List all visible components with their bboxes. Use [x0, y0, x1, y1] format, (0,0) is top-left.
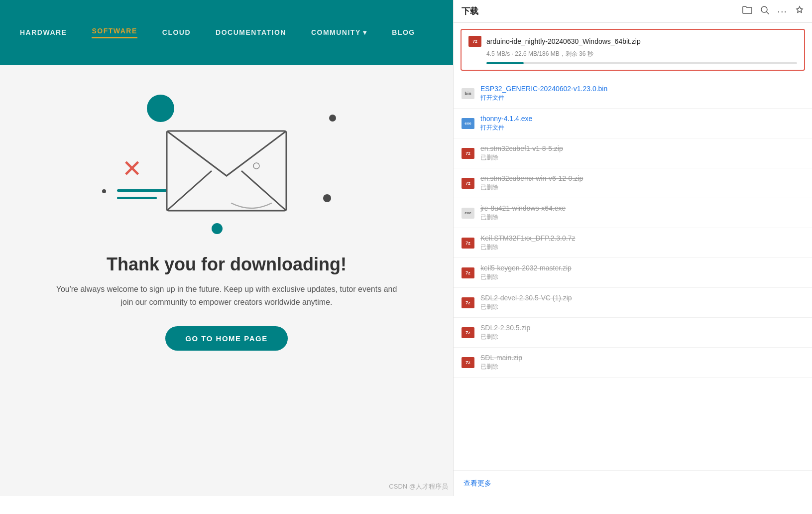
- item-filename: en.stm32cubemx-win-v6-12-0.zip: [480, 174, 804, 182]
- item-info: SDL2-devel-2.30.5-VC (1).zip 已删除: [480, 294, 804, 311]
- go-home-button[interactable]: GO TO HOME PAGE: [165, 326, 287, 351]
- file-icon-7z: 7z: [462, 178, 474, 189]
- x-mark-icon: ✕: [122, 157, 142, 181]
- file-icon-7z: 7z: [462, 267, 474, 278]
- page-title: Thank you for downloading!: [107, 254, 347, 275]
- nav-cloud[interactable]: CLOUD: [162, 28, 191, 36]
- chevron-down-icon: ▾: [363, 28, 367, 36]
- list-item[interactable]: 7z Keil.STM32F1xx_DFP.2.3.0.7z 已删除: [454, 228, 812, 258]
- page-content: ✕: [0, 65, 453, 496]
- more-options-icon[interactable]: ···: [777, 5, 787, 17]
- nav-community[interactable]: COMMUNITY ▾: [311, 28, 367, 36]
- item-filename: SDL-main.zip: [480, 354, 804, 362]
- item-status: 已删除: [480, 243, 804, 252]
- item-status[interactable]: 打开文件: [480, 124, 804, 132]
- item-filename: thonny-4.1.4.exe: [480, 115, 804, 123]
- item-filename: SDL2-devel-2.30.5-VC (1).zip: [480, 294, 804, 302]
- list-item[interactable]: 7z SDL2-devel-2.30.5-VC (1).zip 已删除: [454, 288, 812, 318]
- item-filename: ESP32_GENERIC-20240602-v1.23.0.bin: [480, 85, 804, 93]
- decoration-dot-mid: [102, 189, 106, 193]
- arduino-navigation: HARDWARE SOFTWARE CLOUD DOCUMENTATION CO…: [0, 0, 453, 65]
- svg-point-4: [761, 6, 767, 12]
- list-item[interactable]: 7z SDL-main.zip 已删除: [454, 348, 812, 378]
- active-download-filename: arduino-ide_nightly-20240630_Windows_64b…: [486, 37, 641, 45]
- active-download-icon: 7z: [468, 36, 481, 47]
- item-info: en.stm32cubef1-v1-8-5.zip 已删除: [480, 144, 804, 162]
- file-icon-exe-gray: exe: [462, 208, 474, 219]
- envelope-illustration: [147, 106, 306, 218]
- svg-line-2: [241, 171, 286, 211]
- illustration-area: ✕: [77, 85, 376, 239]
- download-panel-header: 下载 ···: [454, 0, 812, 23]
- item-info: Keil.STM32F1xx_DFP.2.3.0.7z 已删除: [480, 234, 804, 252]
- file-icon-7z: 7z: [462, 297, 474, 308]
- nav-blog[interactable]: BLOG: [392, 28, 415, 36]
- item-status: 已删除: [480, 273, 804, 281]
- file-icon-7z: 7z: [462, 148, 474, 159]
- list-item[interactable]: 7z en.stm32cubemx-win-v6-12-0.zip 已删除: [454, 168, 812, 198]
- item-filename: jre-8u421-windows-x64.exe: [480, 204, 804, 212]
- list-item[interactable]: bin ESP32_GENERIC-20240602-v1.23.0.bin 打…: [454, 79, 812, 109]
- decoration-dot-bottom-center: [212, 223, 223, 234]
- item-status[interactable]: 打开文件: [480, 94, 804, 102]
- download-panel: 下载 ··· 7z arduino-ide_nightly-20240630_W…: [453, 0, 812, 496]
- item-info: ESP32_GENERIC-20240602-v1.23.0.bin 打开文件: [480, 85, 804, 102]
- csdn-watermark: CSDN @人才程序员: [389, 482, 448, 491]
- svg-line-1: [167, 171, 212, 211]
- file-icon-7z: 7z: [462, 357, 474, 368]
- item-filename: SDL2-2.30.5.zip: [480, 324, 804, 332]
- nav-hardware[interactable]: HARDWARE: [20, 28, 67, 36]
- item-filename: Keil.STM32F1xx_DFP.2.3.0.7z: [480, 234, 804, 242]
- nav-documentation[interactable]: DOCUMENTATION: [216, 28, 286, 36]
- item-info: keil5-keygen-2032-master.zip 已删除: [480, 264, 804, 281]
- item-status: 已删除: [480, 303, 804, 311]
- decoration-dot-bottom-right: [323, 194, 331, 202]
- file-icon-7z: 7z: [462, 238, 474, 249]
- download-list: bin ESP32_GENERIC-20240602-v1.23.0.bin 打…: [454, 77, 812, 470]
- list-item[interactable]: 7z keil5-keygen-2032-master.zip 已删除: [454, 258, 812, 288]
- file-icon-exe-blue: exe: [462, 118, 474, 129]
- download-panel-title: 下载: [462, 5, 478, 17]
- item-info: en.stm32cubemx-win-v6-12-0.zip 已删除: [480, 174, 804, 192]
- file-icon-bin: bin: [462, 88, 474, 99]
- view-more-section: 查看更多: [454, 470, 812, 496]
- active-download-item[interactable]: 7z arduino-ide_nightly-20240630_Windows_…: [461, 29, 805, 71]
- page-subtitle: You're always welcome to sign up in the …: [52, 283, 401, 308]
- item-status: 已删除: [480, 333, 804, 341]
- progress-bar: [486, 62, 797, 64]
- svg-rect-0: [167, 131, 286, 211]
- item-status: 已删除: [480, 183, 804, 192]
- item-info: SDL-main.zip 已删除: [480, 354, 804, 371]
- item-filename: keil5-keygen-2032-master.zip: [480, 264, 804, 272]
- svg-point-3: [253, 163, 259, 169]
- list-item[interactable]: 7z SDL2-2.30.5.zip 已删除: [454, 318, 812, 348]
- item-filename: en.stm32cubef1-v1-8-5.zip: [480, 144, 804, 152]
- list-item[interactable]: exe thonny-4.1.4.exe 打开文件: [454, 109, 812, 138]
- svg-line-5: [767, 12, 769, 14]
- active-download-progress-text: 4.5 MB/s · 22.6 MB/186 MB，剩余 36 秒: [486, 50, 797, 58]
- decoration-dot-top: [329, 115, 336, 122]
- view-more-link[interactable]: 查看更多: [464, 479, 491, 487]
- header-icons: ···: [742, 5, 804, 17]
- search-icon[interactable]: [760, 5, 769, 17]
- item-info: thonny-4.1.4.exe 打开文件: [480, 115, 804, 132]
- folder-icon[interactable]: [742, 5, 752, 17]
- list-item[interactable]: exe jre-8u421-windows-x64.exe 已删除: [454, 198, 812, 228]
- item-status: 已删除: [480, 363, 804, 371]
- item-status: 已删除: [480, 213, 804, 222]
- nav-software[interactable]: SOFTWARE: [92, 27, 137, 38]
- item-info: jre-8u421-windows-x64.exe 已删除: [480, 204, 804, 222]
- progress-bar-fill: [486, 62, 524, 64]
- item-info: SDL2-2.30.5.zip 已删除: [480, 324, 804, 341]
- list-item[interactable]: 7z en.stm32cubef1-v1-8-5.zip 已删除: [454, 138, 812, 168]
- item-status: 已删除: [480, 153, 804, 162]
- pin-icon[interactable]: [795, 5, 804, 17]
- file-icon-7z: 7z: [462, 327, 474, 338]
